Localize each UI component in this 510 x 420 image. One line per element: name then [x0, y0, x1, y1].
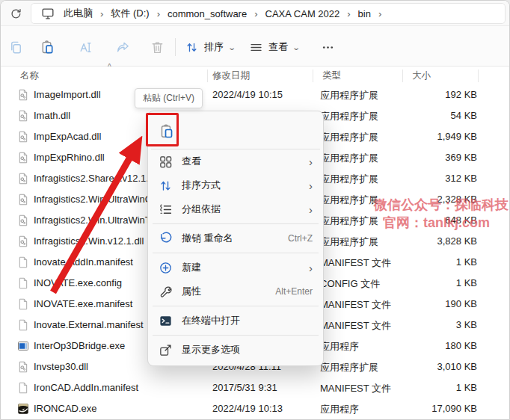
paste-tooltip: 粘贴 (Ctrl+V) — [135, 88, 203, 108]
context-menu-item[interactable]: 显示更多选项 — [151, 338, 320, 362]
address-bar[interactable]: 此电脑›软件 (D:)›common_software›CAXA CAM 202… — [31, 3, 506, 24]
context-menu-item[interactable]: 查看 › — [151, 149, 320, 173]
file-name: IronCAD.AddIn.manifest — [34, 382, 138, 393]
menu-separator — [153, 306, 319, 306]
file-type: 应用程序扩展 — [320, 110, 378, 123]
sort-button[interactable]: 排序 ⌄ — [179, 35, 241, 59]
file-name: INOVATE.exe.manifest — [34, 298, 132, 309]
see-more-button[interactable] — [314, 34, 341, 61]
share-icon — [115, 40, 131, 55]
breadcrumb-item[interactable]: 此电脑 — [58, 5, 98, 22]
file-type: MANIFEST 文件 — [320, 256, 391, 270]
paste-icon — [40, 40, 55, 55]
column-divider[interactable] — [402, 70, 403, 82]
file-icon — [16, 297, 30, 311]
sort-arrows-icon — [185, 40, 199, 55]
file-size: 17,090 KB — [395, 403, 477, 414]
dll-icon — [16, 235, 30, 248]
menu-item-accessory: Alt+Enter — [275, 286, 313, 297]
new-icon — [159, 261, 173, 275]
share-button[interactable] — [109, 34, 136, 61]
paste-button[interactable] — [34, 34, 61, 61]
file-size: 3,828 KB — [395, 235, 477, 247]
file-size: 3 KB — [395, 319, 477, 330]
breadcrumb-item[interactable]: 软件 (D:) — [105, 5, 154, 22]
context-menu-item[interactable]: 排序方式 › — [151, 173, 320, 197]
app-icon — [16, 339, 30, 353]
table-row[interactable]: ImageImport.dll 2022/4/19 10:15 应用程序扩展 1… — [1, 84, 509, 105]
table-row[interactable]: IronCAD.AddIn.manifest 2017/5/31 9:31 MA… — [1, 377, 509, 398]
dll-icon — [16, 360, 30, 374]
column-header-date[interactable]: 修改日期 — [212, 70, 250, 82]
breadcrumb-item[interactable]: bin — [353, 7, 376, 21]
table-row[interactable]: IRONCAD.exe 2022/4/19 10:13 应用程序 17,090 … — [1, 398, 509, 419]
column-header-size[interactable]: 大小 — [412, 70, 431, 82]
file-size: 1 KB — [395, 382, 477, 393]
file-name: Infragistics2.Shared.v12.1.d — [34, 173, 154, 184]
column-header-name[interactable]: 名称 — [20, 70, 39, 82]
file-size: 3,010 KB — [395, 361, 477, 372]
file-date-modified: 2022/4/19 10:15 — [212, 89, 283, 100]
file-type: MANIFEST 文件 — [320, 382, 391, 395]
ironcad-icon — [16, 402, 30, 416]
menu-separator — [153, 335, 319, 336]
column-header-type[interactable]: 类型 — [322, 70, 341, 82]
rename-icon — [77, 40, 93, 55]
chevron-right-icon: › — [252, 8, 259, 19]
file-name: IRONCAD.exe — [34, 403, 97, 414]
file-size: 369 KB — [395, 152, 477, 163]
context-menu-item[interactable]: 分组依据 › — [151, 197, 320, 221]
context-menu-item[interactable]: 撤销 重命名 Ctrl+Z — [151, 226, 320, 250]
context-menu-item[interactable]: 在终端中打开 — [151, 309, 320, 333]
view-lines-icon — [249, 40, 263, 55]
delete-button[interactable] — [144, 34, 170, 61]
properties-icon — [159, 285, 173, 299]
column-header-row: 名称 ^ 修改日期 类型 大小 — [1, 67, 509, 84]
file-icon — [16, 381, 30, 395]
dll-icon — [16, 151, 30, 164]
breadcrumb-item[interactable]: CAXA CAM 2022 — [260, 7, 345, 21]
refresh-button[interactable] — [6, 4, 25, 23]
chevron-down-icon: ⌄ — [292, 43, 301, 52]
file-name: ImageImport.dll — [34, 89, 101, 100]
column-divider[interactable] — [478, 70, 479, 82]
file-icon — [16, 318, 30, 332]
menu-item-label: 在终端中打开 — [182, 314, 304, 327]
dll-icon — [16, 130, 30, 143]
context-menu: 查看 › 排序方式 › 分组依据 › 撤销 重命名 Ctrl+Z 新建 › 属性 — [147, 111, 324, 366]
file-name: Invstep30.dll — [34, 361, 88, 372]
view-button[interactable]: 查看 ⌄ — [243, 35, 305, 59]
rename-button[interactable] — [71, 34, 98, 61]
menu-item-label: 属性 — [182, 285, 266, 298]
dll-icon — [16, 109, 30, 123]
file-type: 应用程序扩展 — [320, 235, 378, 249]
group-icon — [159, 203, 173, 217]
chevron-right-icon: › — [309, 155, 313, 168]
breadcrumb-bar: 此电脑›软件 (D:)›common_software›CAXA CAM 202… — [1, 1, 509, 26]
column-divider[interactable] — [207, 70, 208, 82]
file-type: 应用程序 — [320, 403, 359, 416]
more-options-icon — [159, 343, 173, 357]
context-menu-item[interactable]: 属性 Alt+Enter — [151, 280, 320, 303]
file-name: ImpExpRhino.dll — [34, 152, 105, 163]
menu-item-label: 排序方式 — [182, 179, 300, 192]
column-divider[interactable] — [313, 70, 313, 82]
file-date-modified: 2022/4/19 10:13 — [212, 403, 283, 414]
context-menu-item[interactable]: 新建 › — [151, 256, 320, 280]
breadcrumb-item[interactable]: common_software — [162, 7, 252, 21]
terminal-icon — [159, 314, 173, 328]
file-name: Infragistics2.Win.v12.1.dll — [34, 235, 144, 247]
file-name: Infragistics2.Win.UltraWinG — [34, 194, 153, 205]
delete-icon — [150, 40, 165, 55]
dll-icon — [16, 214, 30, 227]
menu-item-accessory: Ctrl+Z — [288, 233, 313, 244]
menu-item-label: 显示更多选项 — [182, 343, 304, 356]
ellipsis-icon — [320, 40, 336, 55]
menu-item-label: 新建 — [182, 261, 300, 274]
file-type: 应用程序扩展 — [320, 89, 378, 102]
refresh-icon — [9, 7, 22, 20]
file-type: 应用程序扩展 — [320, 194, 378, 207]
file-date-modified: 2017/5/31 9:31 — [212, 382, 277, 393]
copy-button[interactable] — [2, 34, 29, 61]
file-name: Inovate.AddIn.manifest — [34, 256, 133, 268]
